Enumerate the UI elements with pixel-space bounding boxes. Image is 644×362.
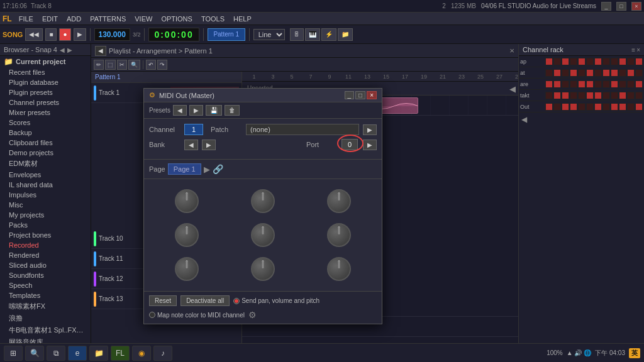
midi-dialog-minimize[interactable]: _ (345, 91, 355, 99)
preset-save-btn[interactable]: 💾 (206, 105, 222, 116)
ch-btn[interactable] (553, 58, 561, 65)
ch-btn[interactable] (562, 80, 569, 88)
sidebar-item-sliced[interactable]: Sliced audio (0, 260, 91, 270)
knob-control-2[interactable] (251, 189, 275, 213)
ch-btn[interactable] (635, 103, 643, 111)
menu-add[interactable]: ADD (65, 15, 83, 23)
ch-btn[interactable] (562, 58, 569, 65)
ch-btn[interactable] (553, 103, 561, 111)
reset-btn[interactable]: Reset (149, 295, 177, 306)
ch-btn[interactable] (627, 103, 635, 111)
send-pan-radio[interactable] (233, 298, 240, 304)
preset-delete-btn[interactable]: 🗑 (225, 105, 240, 116)
knob-control-1[interactable] (175, 189, 199, 213)
menu-patterns[interactable]: PATTERNS (88, 15, 128, 23)
ch-btn[interactable] (619, 80, 626, 88)
ch-btn[interactable] (570, 69, 577, 77)
bank-prev-btn[interactable]: ◀ (184, 140, 198, 150)
midi-dialog-maximize[interactable]: □ (355, 91, 365, 99)
footer-extra-btn[interactable]: ⚙ (248, 310, 257, 320)
port-value[interactable]: 0 (341, 139, 358, 150)
ch-btn[interactable] (619, 58, 626, 65)
ch-btn[interactable] (570, 92, 577, 99)
ch-btn[interactable] (635, 80, 643, 88)
preset-prev-btn[interactable]: ◀ (173, 105, 187, 116)
ch-btn[interactable] (553, 92, 561, 99)
ch-btn[interactable] (586, 69, 594, 77)
toolbar-redo-btn[interactable]: ↷ (157, 60, 167, 70)
sidebar-item-edm[interactable]: EDM素材 (0, 158, 91, 170)
sidebar-item-speech[interactable]: Speech (0, 280, 91, 290)
ch-btn[interactable] (578, 69, 586, 77)
sidebar-item-fx[interactable]: 嗦嗦素材FX (0, 300, 91, 312)
ch-btn[interactable] (586, 103, 594, 111)
music-btn[interactable]: ♪ (153, 346, 172, 361)
sidebar-item-current-project[interactable]: 📁 Current project (0, 56, 91, 67)
bpm-display[interactable]: 130.000 (94, 28, 130, 41)
port-extra-btn[interactable]: ▶ (363, 140, 377, 150)
sidebar-nav-left[interactable]: ◀ (60, 47, 65, 53)
knob-control-9[interactable] (327, 257, 351, 281)
ch-btn[interactable] (562, 103, 569, 111)
toolbar-select-btn[interactable]: ⬚ (105, 60, 116, 70)
ch-btn[interactable] (578, 92, 586, 99)
ch-btn[interactable] (586, 92, 594, 99)
sidebar-item-plugin-presets[interactable]: Plugin presets (0, 87, 91, 97)
send-pan-option[interactable]: Send pan, volume and pitch (233, 297, 319, 304)
unsorted-collapse-btn[interactable]: ◀ (509, 84, 516, 94)
bank-next-btn[interactable]: ▶ (202, 140, 216, 150)
ch-btn[interactable] (545, 58, 553, 65)
ch-btn[interactable] (619, 69, 626, 77)
ch-btn[interactable] (553, 69, 561, 77)
sidebar-item-il-shared[interactable]: IL shared data (0, 180, 91, 190)
start-button[interactable]: ⊞ (4, 346, 23, 361)
page-arrow-btn[interactable]: ▶ (204, 165, 210, 174)
toolbar-undo-btn[interactable]: ↶ (146, 60, 156, 70)
ch-btn[interactable] (578, 80, 586, 88)
sidebar-item-scores[interactable]: Scores (0, 118, 91, 128)
playlist-close-btn[interactable]: × (509, 46, 514, 55)
ch-btn[interactable] (594, 103, 602, 111)
menu-file[interactable]: FILE (17, 15, 35, 23)
sidebar-nav-right[interactable]: ▶ (67, 47, 72, 53)
ch-btn[interactable] (602, 92, 610, 99)
ch-btn[interactable] (545, 92, 553, 99)
sidebar-item-project-bones[interactable]: Project bones (0, 230, 91, 240)
ch-btn[interactable] (602, 103, 610, 111)
menu-options[interactable]: OPTIONS (159, 15, 194, 23)
knob-control-7[interactable] (175, 257, 199, 281)
piano-btn[interactable]: 🎹 (305, 28, 320, 41)
sidebar-item-misc[interactable]: Misc (0, 200, 91, 210)
record-button[interactable]: ● (59, 28, 70, 41)
ch-btn[interactable] (594, 58, 602, 65)
sidebar-item-mixer-presets[interactable]: Mixer presets (0, 107, 91, 118)
minimize-button[interactable]: _ (601, 2, 611, 11)
ch-btn[interactable] (586, 80, 594, 88)
edge-btn[interactable]: e (68, 346, 87, 361)
ch-btn[interactable] (627, 80, 635, 88)
map-note-radio[interactable] (149, 312, 155, 318)
prev-button[interactable]: ◀◀ (25, 28, 43, 41)
midi-dialog-close[interactable]: × (367, 91, 377, 99)
ch-btn[interactable] (611, 80, 618, 88)
knob-control-4[interactable] (175, 223, 199, 247)
menu-view[interactable]: VIEW (133, 15, 154, 23)
ch-btn[interactable] (611, 103, 618, 111)
sidebar-item-langpo[interactable]: 浪撸 (0, 312, 91, 324)
task-view-btn[interactable]: ⧉ (47, 346, 65, 361)
ch-btn[interactable] (602, 69, 610, 77)
sidebar-item-packs[interactable]: Packs (0, 220, 91, 230)
menu-tools[interactable]: TOOLS (199, 15, 226, 23)
knob-control-3[interactable] (327, 189, 351, 213)
ch-btn[interactable] (619, 103, 626, 111)
chrome-btn[interactable]: ◉ (132, 346, 151, 361)
menu-help[interactable]: HELP (231, 15, 253, 23)
ch-btn[interactable] (611, 58, 618, 65)
ch-btn[interactable] (602, 58, 610, 65)
toolbar-draw-btn[interactable]: ✏ (94, 60, 104, 70)
ch-btn[interactable] (570, 80, 577, 88)
knob-control-8[interactable] (251, 257, 275, 281)
sidebar-item-nib1[interactable]: 牛B电音素材1 Spl..FXB WAV (0, 324, 91, 336)
close-button[interactable]: × (631, 2, 641, 11)
pattern-label[interactable]: Pattern 1 (91, 72, 242, 83)
